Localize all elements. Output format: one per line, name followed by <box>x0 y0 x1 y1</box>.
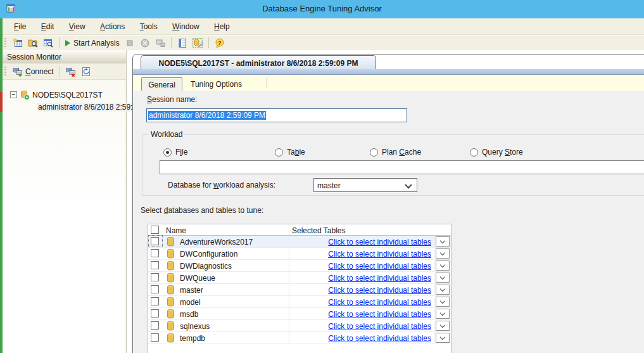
workload-database-dropdown[interactable]: master <box>313 178 417 192</box>
play-icon <box>65 40 70 46</box>
toolbar-grip <box>4 38 6 48</box>
chevron-down-icon <box>440 311 445 316</box>
table-row[interactable]: master Click to select individual tables <box>148 284 451 296</box>
table-row[interactable]: msdb Click to select individual tables <box>148 308 451 320</box>
chevron-down-icon <box>440 250 445 255</box>
open-workload-file-button[interactable] <box>26 37 40 49</box>
row-checkbox[interactable] <box>151 273 159 281</box>
database-name: DWDiagnostics <box>180 262 232 271</box>
database-icon <box>167 309 175 319</box>
tree-collapse-icon[interactable] <box>10 91 17 98</box>
help-button[interactable]: ? <box>213 37 227 49</box>
select-tables-link[interactable]: Click to select individual tables <box>328 238 431 247</box>
table-row[interactable]: tempdb Click to select individual tables <box>148 332 451 344</box>
row-checkbox[interactable] <box>151 237 159 245</box>
apply-recommendations-icon <box>155 38 165 48</box>
tables-dropdown-button[interactable] <box>436 273 450 283</box>
select-tables-link[interactable]: Click to select individual tables <box>328 250 431 259</box>
stop-analysis-button[interactable] <box>123 37 137 49</box>
radio-workload-table[interactable]: Table <box>275 148 305 157</box>
row-checkbox[interactable] <box>151 297 159 305</box>
window-title: Database Engine Tuning Advisor <box>0 4 644 13</box>
database-name: DWQueue <box>180 274 215 283</box>
row-checkbox[interactable] <box>151 285 159 293</box>
disconnect-icon <box>66 67 76 77</box>
tab-tuning-options[interactable]: Tuning Options <box>191 80 242 89</box>
database-icon <box>167 285 175 295</box>
tables-dropdown-button[interactable] <box>436 333 450 343</box>
server-name: NODE5\SQL2017ST <box>32 91 103 99</box>
document-tab[interactable]: NODE5\SQL2017ST - administrator 8/6/2018… <box>141 55 376 69</box>
radio-workload-query-store[interactable]: Query Store <box>470 148 523 157</box>
tab-strip <box>133 69 644 75</box>
row-checkbox[interactable] <box>151 309 159 318</box>
refresh-button[interactable] <box>79 66 94 77</box>
workload-file-input[interactable] <box>160 160 644 174</box>
row-checkbox[interactable] <box>151 333 159 342</box>
tables-dropdown-button[interactable] <box>436 285 450 295</box>
radio-workload-file[interactable]: File <box>163 148 187 157</box>
database-icon <box>167 321 175 331</box>
tables-dropdown-button[interactable] <box>436 309 450 319</box>
row-checkbox[interactable] <box>151 249 159 257</box>
tuning-options-button[interactable] <box>191 37 205 49</box>
tables-dropdown-button[interactable] <box>436 236 450 247</box>
tables-dropdown-button[interactable] <box>436 297 450 307</box>
table-row[interactable]: DWDiagnostics Click to select individual… <box>148 260 451 272</box>
session-name-input[interactable]: administrator 8/6/2018 2:59:09 PM <box>146 108 407 122</box>
tree-item-server[interactable]: NODE5\SQL2017ST <box>3 89 125 101</box>
menu-file[interactable]: File <box>8 18 32 35</box>
cancel-analysis-button[interactable] <box>138 37 152 49</box>
disconnect-button[interactable] <box>63 66 79 77</box>
menu-actions[interactable]: Actions <box>94 18 131 35</box>
menu-edit[interactable]: Edit <box>35 18 61 35</box>
preview-report-button[interactable] <box>175 37 189 49</box>
menu-view[interactable]: View <box>63 18 92 35</box>
tab-general[interactable]: General <box>141 77 182 91</box>
connect-label: Connect <box>25 67 54 76</box>
tables-dropdown-button[interactable] <box>436 260 450 271</box>
radio-icon <box>275 148 283 157</box>
database-icon <box>167 333 175 343</box>
table-row[interactable]: AdventureWorks2017 Click to select indiv… <box>148 236 451 248</box>
database-name: DWConfiguration <box>180 250 237 259</box>
document-panel: NODE5\SQL2017ST - administrator 8/6/2018… <box>132 54 644 353</box>
connect-button[interactable]: Connect <box>10 66 56 77</box>
table-row[interactable]: DWQueue Click to select individual table… <box>148 272 451 284</box>
table-row[interactable]: DWConfiguration Click to select individu… <box>148 248 451 260</box>
general-tab-content: Session name: administrator 8/6/2018 2:5… <box>133 91 644 353</box>
radio-workload-plan-cache[interactable]: Plan Cache <box>370 148 421 157</box>
menu-tools[interactable]: Tools <box>134 18 164 35</box>
open-workload-table-button[interactable] <box>41 37 55 49</box>
row-checkbox[interactable] <box>151 321 159 330</box>
table-row[interactable]: sqlnexus Click to select individual tabl… <box>148 320 451 332</box>
start-analysis-button[interactable]: Start Analysis <box>63 38 122 48</box>
select-tables-link[interactable]: Click to select individual tables <box>328 274 431 283</box>
session-name: administrator 8/6/2018 2:59: <box>37 103 134 112</box>
databases-table: Name Selected Tables AdventureWorks2017 … <box>148 224 451 353</box>
select-tables-link[interactable]: Click to select individual tables <box>328 286 431 295</box>
select-tables-link[interactable]: Click to select individual tables <box>328 334 431 343</box>
apply-recommendations-button[interactable] <box>153 37 167 49</box>
select-tables-link[interactable]: Click to select individual tables <box>328 298 431 307</box>
tables-dropdown-button[interactable] <box>436 248 450 259</box>
table-row[interactable]: model Click to select individual tables <box>148 296 451 308</box>
database-name: msdb <box>180 310 198 319</box>
select-tables-link[interactable]: Click to select individual tables <box>328 262 431 271</box>
menu-help[interactable]: Help <box>208 18 236 35</box>
select-tables-link[interactable]: Click to select individual tables <box>328 310 431 319</box>
tuning-options-icon <box>193 38 203 48</box>
new-session-button[interactable] <box>11 37 25 49</box>
session-monitor-toolbar: Connect <box>3 63 126 80</box>
menu-window[interactable]: Window <box>166 18 206 35</box>
session-monitor-title: Session Monitor <box>3 50 126 63</box>
radio-icon <box>470 148 478 157</box>
chevron-down-icon <box>440 323 445 328</box>
database-name: sqlnexus <box>180 322 210 331</box>
tree-item-session[interactable]: administrator 8/6/2018 2:59: <box>3 101 125 113</box>
tables-dropdown-button[interactable] <box>436 321 450 331</box>
radio-file-label: File <box>175 148 187 157</box>
select-all-checkbox[interactable] <box>151 226 159 234</box>
select-tables-link[interactable]: Click to select individual tables <box>328 322 431 331</box>
row-checkbox[interactable] <box>151 261 159 269</box>
